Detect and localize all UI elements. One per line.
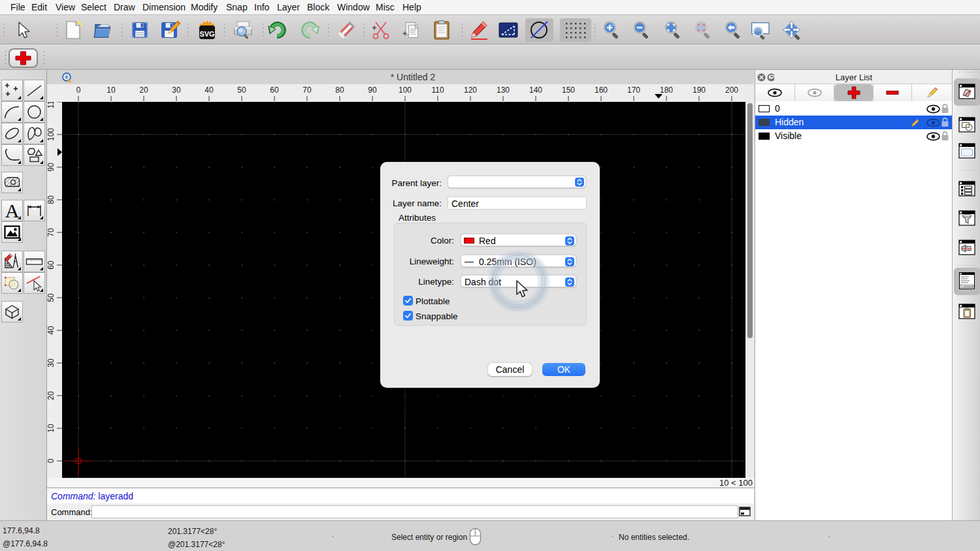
svg-text:90: 90 [47, 163, 56, 172]
svg-text:SVG: SVG [199, 30, 214, 38]
svg-text:150: 150 [562, 86, 575, 95]
svg-text:c command: c command [962, 285, 973, 288]
svg-text:10: 10 [47, 424, 56, 433]
svg-text:110: 110 [431, 86, 444, 95]
svg-text:60: 60 [47, 260, 56, 270]
svg-text:90: 90 [368, 86, 377, 95]
svg-text:11: 11 [47, 102, 56, 108]
svg-text:80: 80 [47, 195, 56, 204]
svg-text:70: 70 [302, 86, 312, 95]
svg-text:170: 170 [627, 86, 640, 95]
svg-text:0: 0 [47, 458, 56, 463]
svg-text:20: 20 [47, 391, 56, 400]
svg-text:40: 40 [204, 86, 214, 95]
svg-text:160: 160 [595, 86, 608, 95]
svg-text:200: 200 [725, 86, 738, 95]
svg-text:70: 70 [47, 228, 56, 237]
svg-text:20: 20 [139, 86, 148, 95]
svg-text:50: 50 [237, 86, 246, 95]
svg-text:180: 180 [660, 86, 673, 95]
svg-text:140: 140 [529, 86, 542, 95]
svg-text:100: 100 [47, 128, 56, 141]
svg-text:120: 120 [464, 86, 477, 95]
svg-text:30: 30 [47, 358, 56, 368]
svg-text:50: 50 [47, 293, 56, 302]
svg-text:130: 130 [497, 86, 510, 95]
svg-text:30: 30 [172, 86, 181, 95]
svg-text:40: 40 [47, 326, 56, 335]
svg-text:190: 190 [693, 86, 706, 95]
svg-text:80: 80 [335, 86, 344, 95]
svg-text:100: 100 [399, 86, 412, 95]
svg-text:0: 0 [76, 86, 81, 95]
svg-text:60: 60 [270, 86, 279, 95]
svg-text:10: 10 [106, 86, 116, 95]
